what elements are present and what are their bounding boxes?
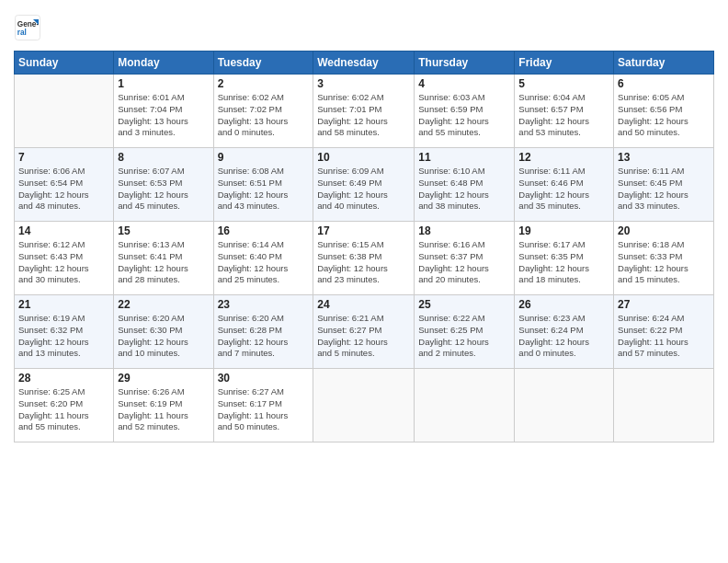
calendar-cell: 17Sunrise: 6:15 AM Sunset: 6:38 PM Dayli… (313, 222, 415, 295)
day-number: 3 (317, 77, 410, 90)
svg-text:ral: ral (17, 29, 27, 37)
day-number: 15 (118, 224, 209, 237)
calendar-cell: 6Sunrise: 6:05 AM Sunset: 6:56 PM Daylig… (614, 75, 714, 148)
calendar-week-4: 21Sunrise: 6:19 AM Sunset: 6:32 PM Dayli… (15, 295, 714, 369)
day-number: 19 (518, 224, 609, 237)
day-number: 25 (418, 298, 510, 311)
calendar-cell: 9Sunrise: 6:08 AM Sunset: 6:51 PM Daylig… (213, 148, 313, 222)
day-detail: Sunrise: 6:18 AM Sunset: 6:33 PM Dayligh… (618, 239, 710, 286)
day-number: 2 (218, 77, 310, 90)
calendar-cell: 23Sunrise: 6:20 AM Sunset: 6:28 PM Dayli… (213, 295, 313, 369)
day-detail: Sunrise: 6:01 AM Sunset: 7:04 PM Dayligh… (118, 92, 209, 139)
calendar-cell: 8Sunrise: 6:07 AM Sunset: 6:53 PM Daylig… (114, 148, 213, 222)
calendar-week-1: 1Sunrise: 6:01 AM Sunset: 7:04 PM Daylig… (15, 75, 714, 148)
day-detail: Sunrise: 6:14 AM Sunset: 6:40 PM Dayligh… (218, 239, 310, 286)
day-number: 26 (518, 298, 609, 311)
calendar-cell (515, 369, 614, 442)
day-number: 14 (18, 224, 109, 237)
logo: Gene- ral (14, 14, 45, 41)
day-number: 20 (618, 224, 710, 237)
day-detail: Sunrise: 6:21 AM Sunset: 6:27 PM Dayligh… (317, 313, 410, 360)
day-detail: Sunrise: 6:04 AM Sunset: 6:57 PM Dayligh… (518, 92, 609, 139)
calendar-cell: 13Sunrise: 6:11 AM Sunset: 6:45 PM Dayli… (614, 148, 714, 222)
calendar-header-friday: Friday (515, 52, 614, 75)
calendar-week-5: 28Sunrise: 6:25 AM Sunset: 6:20 PM Dayli… (15, 369, 714, 442)
day-detail: Sunrise: 6:25 AM Sunset: 6:20 PM Dayligh… (18, 386, 109, 433)
calendar-cell: 14Sunrise: 6:12 AM Sunset: 6:43 PM Dayli… (15, 222, 114, 295)
day-detail: Sunrise: 6:20 AM Sunset: 6:28 PM Dayligh… (218, 313, 310, 360)
day-number: 6 (618, 77, 710, 90)
day-detail: Sunrise: 6:09 AM Sunset: 6:49 PM Dayligh… (317, 166, 410, 213)
calendar-cell: 1Sunrise: 6:01 AM Sunset: 7:04 PM Daylig… (114, 75, 213, 148)
day-number: 29 (118, 372, 209, 385)
day-detail: Sunrise: 6:16 AM Sunset: 6:37 PM Dayligh… (418, 239, 510, 286)
day-number: 24 (317, 298, 410, 311)
calendar-cell: 7Sunrise: 6:06 AM Sunset: 6:54 PM Daylig… (15, 148, 114, 222)
calendar-cell: 10Sunrise: 6:09 AM Sunset: 6:49 PM Dayli… (313, 148, 415, 222)
calendar-cell: 2Sunrise: 6:02 AM Sunset: 7:02 PM Daylig… (213, 75, 313, 148)
day-number: 4 (418, 77, 510, 90)
calendar-cell: 25Sunrise: 6:22 AM Sunset: 6:25 PM Dayli… (415, 295, 515, 369)
day-number: 18 (418, 224, 510, 237)
day-detail: Sunrise: 6:15 AM Sunset: 6:38 PM Dayligh… (317, 239, 410, 286)
day-detail: Sunrise: 6:26 AM Sunset: 6:19 PM Dayligh… (118, 386, 209, 433)
calendar-cell: 24Sunrise: 6:21 AM Sunset: 6:27 PM Dayli… (313, 295, 415, 369)
day-detail: Sunrise: 6:02 AM Sunset: 7:02 PM Dayligh… (218, 92, 310, 139)
calendar-header-wednesday: Wednesday (313, 52, 415, 75)
day-number: 12 (518, 151, 609, 164)
day-number: 8 (118, 151, 209, 164)
calendar-header-row: SundayMondayTuesdayWednesdayThursdayFrid… (15, 52, 714, 75)
day-number: 30 (218, 372, 310, 385)
day-number: 16 (218, 224, 310, 237)
calendar-header-monday: Monday (114, 52, 213, 75)
calendar-week-3: 14Sunrise: 6:12 AM Sunset: 6:43 PM Dayli… (15, 222, 714, 295)
day-detail: Sunrise: 6:06 AM Sunset: 6:54 PM Dayligh… (18, 166, 109, 213)
calendar-cell: 26Sunrise: 6:23 AM Sunset: 6:24 PM Dayli… (515, 295, 614, 369)
calendar-cell (313, 369, 415, 442)
calendar-cell: 12Sunrise: 6:11 AM Sunset: 6:46 PM Dayli… (515, 148, 614, 222)
calendar-cell: 15Sunrise: 6:13 AM Sunset: 6:41 PM Dayli… (114, 222, 213, 295)
day-detail: Sunrise: 6:17 AM Sunset: 6:35 PM Dayligh… (518, 239, 609, 286)
day-number: 21 (18, 298, 109, 311)
calendar-cell: 18Sunrise: 6:16 AM Sunset: 6:37 PM Dayli… (415, 222, 515, 295)
calendar-cell: 5Sunrise: 6:04 AM Sunset: 6:57 PM Daylig… (515, 75, 614, 148)
day-detail: Sunrise: 6:27 AM Sunset: 6:17 PM Dayligh… (218, 386, 310, 433)
day-number: 17 (317, 224, 410, 237)
day-detail: Sunrise: 6:03 AM Sunset: 6:59 PM Dayligh… (418, 92, 510, 139)
day-detail: Sunrise: 6:10 AM Sunset: 6:48 PM Dayligh… (418, 166, 510, 213)
calendar-table: SundayMondayTuesdayWednesdayThursdayFrid… (14, 51, 714, 442)
day-detail: Sunrise: 6:19 AM Sunset: 6:32 PM Dayligh… (18, 313, 109, 360)
day-detail: Sunrise: 6:02 AM Sunset: 7:01 PM Dayligh… (317, 92, 410, 139)
page-header: Gene- ral (14, 14, 714, 41)
calendar-cell: 28Sunrise: 6:25 AM Sunset: 6:20 PM Dayli… (15, 369, 114, 442)
calendar-cell: 27Sunrise: 6:24 AM Sunset: 6:22 PM Dayli… (614, 295, 714, 369)
day-detail: Sunrise: 6:07 AM Sunset: 6:53 PM Dayligh… (118, 166, 209, 213)
calendar-cell: 21Sunrise: 6:19 AM Sunset: 6:32 PM Dayli… (15, 295, 114, 369)
calendar-cell (15, 75, 114, 148)
calendar-week-2: 7Sunrise: 6:06 AM Sunset: 6:54 PM Daylig… (15, 148, 714, 222)
day-number: 13 (618, 151, 710, 164)
day-number: 5 (518, 77, 609, 90)
day-detail: Sunrise: 6:22 AM Sunset: 6:25 PM Dayligh… (418, 313, 510, 360)
day-number: 10 (317, 151, 410, 164)
calendar-header-saturday: Saturday (614, 52, 714, 75)
day-number: 9 (218, 151, 310, 164)
calendar-cell (415, 369, 515, 442)
calendar-cell: 30Sunrise: 6:27 AM Sunset: 6:17 PM Dayli… (213, 369, 313, 442)
day-number: 27 (618, 298, 710, 311)
logo-icon: Gene- ral (14, 14, 41, 41)
day-detail: Sunrise: 6:12 AM Sunset: 6:43 PM Dayligh… (18, 239, 109, 286)
calendar-header-sunday: Sunday (15, 52, 114, 75)
calendar-cell: 4Sunrise: 6:03 AM Sunset: 6:59 PM Daylig… (415, 75, 515, 148)
day-number: 23 (218, 298, 310, 311)
day-detail: Sunrise: 6:05 AM Sunset: 6:56 PM Dayligh… (618, 92, 710, 139)
calendar-cell: 29Sunrise: 6:26 AM Sunset: 6:19 PM Dayli… (114, 369, 213, 442)
calendar-cell: 19Sunrise: 6:17 AM Sunset: 6:35 PM Dayli… (515, 222, 614, 295)
day-detail: Sunrise: 6:11 AM Sunset: 6:45 PM Dayligh… (618, 166, 710, 213)
calendar-header-tuesday: Tuesday (213, 52, 313, 75)
page-container: Gene- ral SundayMondayTuesdayWednesdayTh… (0, 0, 728, 563)
day-detail: Sunrise: 6:13 AM Sunset: 6:41 PM Dayligh… (118, 239, 209, 286)
day-detail: Sunrise: 6:20 AM Sunset: 6:30 PM Dayligh… (118, 313, 209, 360)
day-detail: Sunrise: 6:11 AM Sunset: 6:46 PM Dayligh… (518, 166, 609, 213)
calendar-cell (614, 369, 714, 442)
